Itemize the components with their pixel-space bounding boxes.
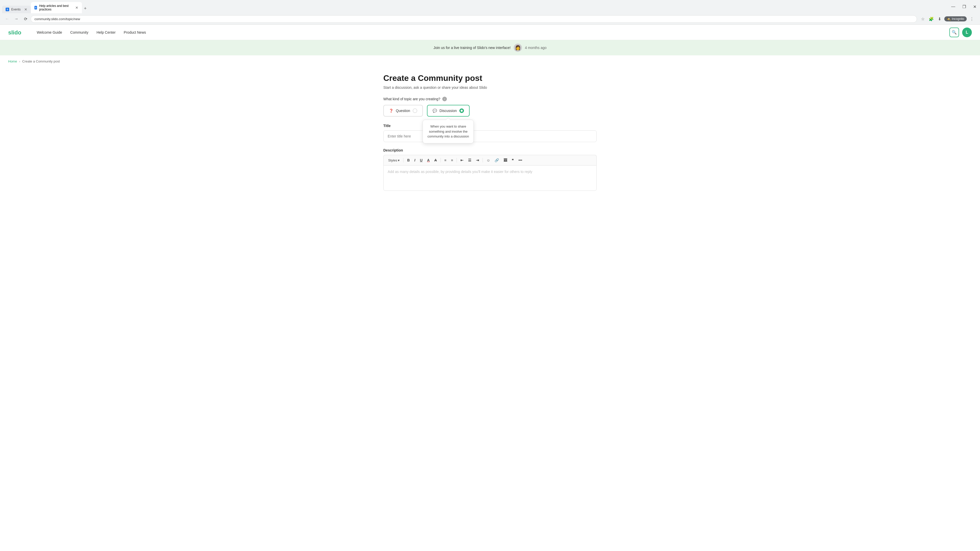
incognito-label: Incognito [952, 17, 964, 21]
description-field-label: Description [383, 148, 597, 152]
breadcrumb-home[interactable]: Home [8, 59, 17, 63]
page: slido Welcome Guide Community Help Cente… [0, 25, 980, 551]
radio-discussion[interactable] [460, 108, 464, 113]
topic-type-label: What kind of topic are you creating? i [383, 97, 597, 101]
tab-events[interactable]: S Events ✕ [2, 6, 31, 13]
description-section: Description Styles ▾ B I U A A ≡ [383, 148, 597, 191]
toolbar-more-button[interactable]: ••• [517, 157, 524, 163]
toolbar-quote-button[interactable]: ❝ [510, 157, 515, 163]
styles-label: Styles [388, 159, 397, 162]
banner-text: Join us for a live training of Slido's n… [433, 46, 511, 50]
toolbar-styles-dropdown[interactable]: Styles ▾ [387, 157, 401, 163]
editor-toolbar: Styles ▾ B I U A A ≡ ≡ [383, 155, 597, 165]
announcement-banner[interactable]: Join us for a live training of Slido's n… [0, 40, 980, 56]
topic-option-question[interactable]: ❓ Question [383, 105, 423, 117]
browser-toolbar: ← → ⟳ ☆ 🧩 ⬇ 🕵 Incognito ⋮ [0, 13, 980, 24]
topic-option-discussion[interactable]: 💬 Discussion [427, 105, 469, 117]
toolbar-align-center-button[interactable]: ☰ [466, 157, 473, 163]
main-nav: Welcome Guide Community Help Center Prod… [33, 28, 950, 37]
page-title: Create a Community post [383, 73, 597, 83]
svg-text:slido: slido [8, 29, 21, 36]
back-button[interactable]: ← [3, 15, 11, 23]
avatar[interactable]: L [962, 27, 972, 37]
align-left-icon: ⇤ [460, 158, 463, 162]
align-center-icon: ☰ [468, 158, 471, 162]
topic-option-discussion-label: Discussion [439, 109, 457, 113]
site-logo[interactable]: slido [8, 29, 24, 36]
tab-close-events[interactable]: ✕ [24, 8, 27, 11]
search-button[interactable]: 🔍 [950, 27, 959, 37]
toolbar-separator-2 [441, 158, 441, 162]
info-icon[interactable]: i [442, 97, 447, 101]
incognito-icon: 🕵 [947, 17, 951, 21]
description-placeholder: Add as many details as possible, by prov… [388, 170, 532, 174]
extensions-button[interactable]: 🧩 [928, 16, 935, 22]
download-button[interactable]: ⬇ [937, 16, 942, 22]
bullet-list-icon: ≡ [444, 158, 446, 162]
topic-option-question-label: Question [396, 109, 410, 113]
browser-tabs: S Events ✕ S Help articles and best prac… [0, 0, 91, 13]
minimize-button[interactable]: — [948, 3, 959, 11]
tooltip-container: 💬 Discussion When you want to share some… [427, 105, 469, 117]
styles-chevron-icon: ▾ [398, 159, 400, 162]
main-content: Create a Community post Start a discussi… [375, 67, 605, 203]
toolbar-align-right-button[interactable]: ⇥ [474, 157, 480, 163]
nav-welcome-guide[interactable]: Welcome Guide [33, 28, 66, 37]
tooltip-text: When you want to share something and inv… [428, 124, 469, 138]
reload-button[interactable]: ⟳ [21, 15, 30, 23]
nav-community[interactable]: Community [66, 28, 92, 37]
search-icon: 🔍 [952, 30, 957, 35]
topic-type-section: What kind of topic are you creating? i ❓… [383, 97, 597, 117]
discussion-icon: 💬 [433, 109, 437, 113]
incognito-badge: 🕵 Incognito [944, 16, 967, 21]
nav-help-center[interactable]: Help Center [92, 28, 120, 37]
emoji-icon: ☺ [487, 158, 490, 162]
strikethrough-icon: A [434, 158, 437, 162]
banner-time: 4 months ago [525, 46, 547, 50]
bookmark-button[interactable]: ☆ [920, 16, 926, 22]
toolbar-emoji-button[interactable]: ☺ [485, 157, 492, 163]
banner-avatar: 👩 [514, 44, 522, 52]
title-input[interactable] [383, 130, 597, 142]
title-field-section: Title [383, 124, 597, 142]
browser-chrome: S Events ✕ S Help articles and best prac… [0, 0, 980, 25]
new-tab-button[interactable]: + [82, 4, 89, 13]
question-icon: ❓ [389, 109, 393, 113]
ordered-list-icon: ≡ [451, 158, 453, 162]
site-header: slido Welcome Guide Community Help Cente… [0, 25, 980, 40]
link-icon: 🔗 [495, 158, 499, 162]
toolbar-underline-button[interactable]: U [418, 157, 424, 163]
browser-action-buttons: ☆ 🧩 ⬇ 🕵 Incognito ⋮ [918, 16, 977, 22]
more-icon: ••• [518, 158, 522, 162]
description-editor-body[interactable]: Add as many details as possible, by prov… [383, 165, 597, 191]
toolbar-text-color-button[interactable]: A [426, 157, 431, 163]
forward-button[interactable]: → [12, 15, 21, 23]
title-field-label: Title [383, 124, 597, 128]
toolbar-bold-button[interactable]: B [406, 157, 411, 163]
page-subtitle: Start a discussion, ask a question or sh… [383, 86, 597, 89]
toolbar-align-left-button[interactable]: ⇤ [459, 157, 465, 163]
toolbar-italic-button[interactable]: I [413, 157, 417, 163]
tab-favicon-help: S [35, 6, 37, 10]
tab-close-help[interactable]: ✕ [75, 6, 78, 10]
tab-favicon-events: S [6, 8, 9, 11]
breadcrumb-separator: › [19, 59, 20, 63]
toolbar-link-button[interactable]: 🔗 [493, 157, 501, 163]
text-color-icon: A [427, 158, 430, 162]
radio-question[interactable] [413, 108, 417, 113]
nav-product-news[interactable]: Product News [120, 28, 150, 37]
toolbar-strikethrough-button[interactable]: A [433, 157, 438, 163]
url-bar[interactable] [30, 15, 917, 23]
toolbar-separator-1 [403, 158, 404, 162]
toolbar-ordered-list-button[interactable]: ≡ [449, 157, 455, 163]
discussion-tooltip: When you want to share something and inv… [423, 120, 474, 143]
tab-label-events: Events [11, 8, 21, 11]
breadcrumb-current: Create a Community post [22, 59, 60, 63]
maximize-button[interactable]: ❐ [959, 3, 969, 11]
menu-button[interactable]: ⋮ [969, 16, 975, 22]
toolbar-bullet-list-button[interactable]: ≡ [443, 157, 448, 163]
close-button[interactable]: ✕ [969, 3, 980, 11]
toolbar-image-button[interactable]: 🖼 [502, 157, 509, 163]
tab-help[interactable]: S Help articles and best practices ✕ [31, 2, 82, 13]
align-right-icon: ⇥ [476, 158, 479, 162]
